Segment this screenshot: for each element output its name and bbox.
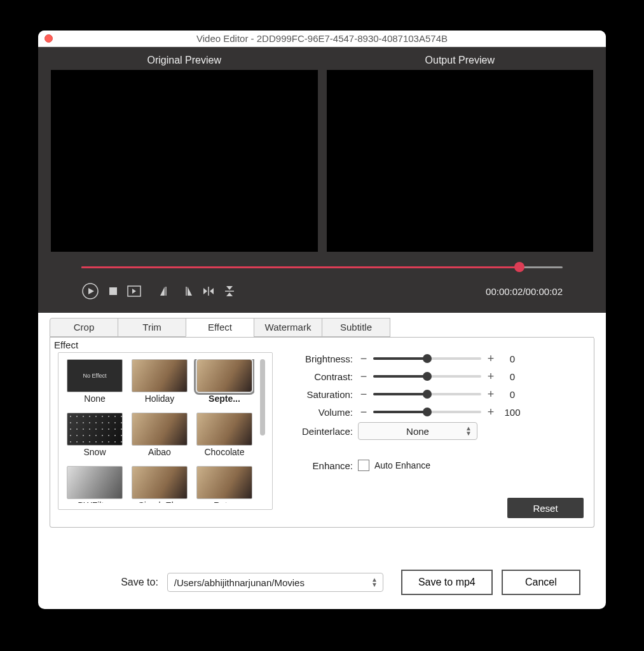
saturation-minus[interactable]: − [358, 390, 369, 399]
tab-effect[interactable]: Effect [186, 318, 254, 337]
effect-retro[interactable]: Retro [195, 466, 254, 503]
effect-chocolate[interactable]: Chocolate [195, 413, 254, 462]
video-editor-window: Video Editor - 2DD999FC-96E7-4547-8930-4… [38, 31, 606, 609]
flip-left-icon[interactable] [159, 285, 172, 297]
chevron-updown-icon: ▲▼ [371, 577, 378, 587]
volume-slider[interactable] [373, 411, 481, 413]
svg-marker-9 [203, 288, 207, 294]
svg-marker-5 [160, 287, 165, 296]
effect-holiday[interactable]: Holiday [130, 359, 189, 409]
auto-enhance-option: Auto Enhance [374, 460, 430, 470]
volume-minus[interactable]: − [358, 408, 369, 416]
effect-snow[interactable]: Snow [65, 413, 125, 462]
preview-area: Original Preview Output Preview [38, 47, 606, 313]
window-title: Video Editor - 2DD999FC-96E7-4547-8930-4… [38, 33, 606, 44]
stop-button[interactable] [108, 286, 118, 296]
deinterlace-label: Deinterlace: [288, 426, 358, 437]
original-preview [51, 70, 318, 252]
contrast-slider[interactable] [373, 375, 481, 378]
auto-enhance-checkbox[interactable] [358, 460, 369, 471]
saturation-slider[interactable] [373, 393, 481, 395]
saturation-label: Saturation: [288, 389, 358, 400]
window-close-button[interactable] [45, 34, 53, 43]
save-path-select[interactable]: /Users/abhijithnarjunan/Movies ▲▼ [167, 573, 383, 592]
section-label: Effect [54, 339, 78, 350]
effects-list: NoneHolidaySepte...SnowAibaoChocolateBWF… [58, 352, 273, 510]
svg-marker-4 [132, 289, 136, 294]
flip-right-icon[interactable] [181, 285, 193, 297]
effect-panel: Effect NoneHolidaySepte...SnowAibaoChoco… [50, 337, 594, 528]
cancel-button[interactable]: Cancel [502, 570, 580, 595]
svg-marker-8 [188, 287, 192, 296]
reset-button[interactable]: Reset [507, 498, 584, 518]
titlebar: Video Editor - 2DD999FC-96E7-4547-8930-4… [38, 31, 606, 47]
contrast-value: 0 [497, 371, 528, 382]
tab-watermark[interactable]: Watermark [254, 318, 322, 337]
original-preview-label: Original Preview [51, 52, 318, 70]
deinterlace-select[interactable]: None ▲▼ [358, 422, 477, 440]
timeline-slider[interactable] [81, 263, 563, 272]
svg-marker-14 [226, 292, 233, 296]
effect-none[interactable]: None [65, 359, 125, 409]
brightness-value: 0 [497, 353, 528, 364]
svg-rect-2 [109, 287, 117, 295]
output-preview-label: Output Preview [327, 52, 594, 70]
tab-crop[interactable]: Crop [50, 318, 118, 337]
enhance-label: Enhance: [288, 460, 358, 471]
saturation-plus[interactable]: + [485, 390, 497, 399]
brightness-plus[interactable]: + [485, 354, 497, 363]
brightness-slider[interactable] [373, 357, 481, 360]
tab-trim[interactable]: Trim [118, 318, 186, 337]
mirror-horizontal-icon[interactable] [202, 285, 215, 297]
contrast-plus[interactable]: + [485, 372, 497, 381]
brightness-label: Brightness: [288, 353, 358, 364]
effects-scrollbar[interactable] [258, 359, 267, 503]
effect-septe[interactable]: Septe... [195, 359, 254, 409]
effect-aibao[interactable]: Aibao [130, 413, 189, 462]
effect-simpleel[interactable]: SimpleEl... [130, 466, 189, 503]
time-display: 00:00:02/00:00:02 [486, 286, 563, 297]
save-to-label: Save to: [64, 577, 158, 588]
contrast-label: Contrast: [288, 371, 358, 382]
tab-subtitle[interactable]: Subtitle [322, 318, 390, 337]
save-to-mp4-button[interactable]: Save to mp4 [401, 570, 493, 595]
svg-marker-1 [88, 288, 94, 294]
mirror-vertical-icon[interactable] [224, 285, 235, 298]
contrast-minus[interactable]: − [358, 372, 369, 381]
volume-value: 100 [497, 407, 528, 418]
chevron-updown-icon: ▲▼ [465, 426, 472, 436]
output-preview [327, 70, 594, 252]
svg-marker-12 [226, 286, 233, 290]
saturation-value: 0 [497, 389, 528, 400]
play-button[interactable] [81, 282, 99, 300]
brightness-minus[interactable]: − [358, 354, 369, 363]
step-forward-button[interactable] [127, 285, 141, 297]
volume-label: Volume: [288, 407, 358, 418]
volume-plus[interactable]: + [485, 408, 497, 416]
effect-bwfilter[interactable]: BWFilter [65, 466, 125, 503]
svg-marker-11 [210, 288, 214, 294]
